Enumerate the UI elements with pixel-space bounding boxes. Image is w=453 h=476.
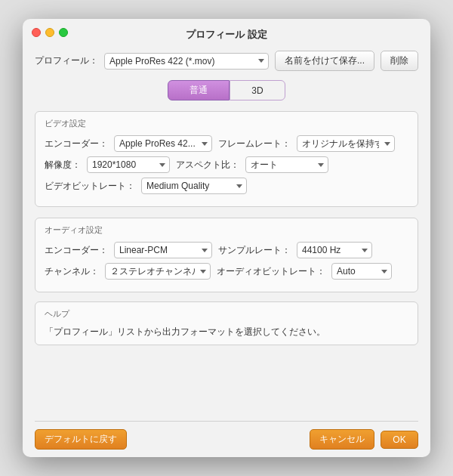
aspect-label: アスペクト比： bbox=[176, 159, 239, 172]
dialog-title: プロフィール 設定 bbox=[186, 28, 267, 42]
bitrate-row: ビデオビットレート： Medium Quality bbox=[45, 178, 408, 194]
bitrate-label: ビデオビットレート： bbox=[45, 180, 135, 193]
delete-button[interactable]: 削除 bbox=[381, 51, 418, 71]
audio-encoder-label: エンコーダー： bbox=[45, 244, 108, 257]
channel-select[interactable]: ２ステレオチャンネル bbox=[105, 263, 211, 280]
audio-encoder-row: エンコーダー： Linear-PCM サンプルレート： 44100 Hz bbox=[45, 242, 408, 258]
audio-encoder-select[interactable]: Linear-PCM bbox=[114, 242, 212, 258]
resolution-select[interactable]: 1920*1080 bbox=[87, 156, 170, 173]
channel-label: チャンネル： bbox=[45, 265, 99, 278]
framerate-label: フレームレート： bbox=[218, 138, 291, 150]
bitrate-select[interactable]: Medium Quality bbox=[141, 178, 247, 194]
dialog: プロフィール 設定 プロフィール： Apple ProRes 422 (*.mo… bbox=[23, 19, 430, 457]
cancel-button[interactable]: キャンセル bbox=[310, 429, 374, 450]
help-section: ヘルプ 「プロフィール」リストから出力フォーマットを選択してください。 bbox=[35, 301, 418, 345]
audio-section: オーディオ設定 エンコーダー： Linear-PCM サンプルレート： 4410… bbox=[35, 218, 418, 292]
profile-toolbar: プロフィール： Apple ProRes 422 (*.mov) 名前を付けて保… bbox=[23, 48, 430, 77]
title-bar: プロフィール 設定 bbox=[23, 19, 430, 48]
framerate-select[interactable]: オリジナルを保持す... bbox=[297, 135, 395, 152]
tab-3d[interactable]: 3D bbox=[230, 80, 285, 100]
channel-row: チャンネル： ２ステレオチャンネル オーディオビットレート： Auto bbox=[45, 263, 408, 280]
profile-select[interactable]: Apple ProRes 422 (*.mov) bbox=[104, 53, 269, 70]
ok-button[interactable]: OK bbox=[381, 431, 418, 449]
traffic-lights bbox=[32, 28, 68, 37]
samplerate-label: サンプルレート： bbox=[218, 244, 291, 257]
reset-button[interactable]: デフォルトに戻す bbox=[35, 429, 127, 450]
video-section: ビデオ設定 エンコーダー： Apple ProRes 42... フレームレート… bbox=[35, 111, 418, 207]
resolution-label: 解像度： bbox=[45, 159, 81, 172]
video-section-title: ビデオ設定 bbox=[45, 118, 408, 129]
audio-bitrate-select[interactable]: Auto bbox=[331, 263, 392, 280]
resolution-row: 解像度： 1920*1080 アスペクト比： オート bbox=[45, 156, 408, 173]
profile-label: プロフィール： bbox=[35, 54, 98, 67]
samplerate-select[interactable]: 44100 Hz bbox=[297, 242, 372, 258]
aspect-select[interactable]: オート bbox=[245, 156, 328, 173]
audio-bitrate-label: オーディオビットレート： bbox=[217, 265, 325, 278]
footer: デフォルトに戻す キャンセル OK bbox=[23, 422, 430, 457]
encoder-select[interactable]: Apple ProRes 42... bbox=[114, 135, 212, 152]
close-button[interactable] bbox=[32, 28, 41, 37]
tab-bar: 普通 3D bbox=[23, 77, 430, 107]
maximize-button[interactable] bbox=[59, 28, 68, 37]
save-as-button[interactable]: 名前を付けて保存... bbox=[275, 51, 374, 71]
tab-normal[interactable]: 普通 bbox=[168, 80, 230, 100]
encoder-label: エンコーダー： bbox=[45, 138, 108, 150]
encoder-row: エンコーダー： Apple ProRes 42... フレームレート： オリジナ… bbox=[45, 135, 408, 152]
minimize-button[interactable] bbox=[45, 28, 54, 37]
help-title: ヘルプ bbox=[45, 308, 408, 320]
help-text: 「プロフィール」リストから出力フォーマットを選択してください。 bbox=[45, 326, 408, 338]
audio-section-title: オーディオ設定 bbox=[45, 224, 408, 236]
